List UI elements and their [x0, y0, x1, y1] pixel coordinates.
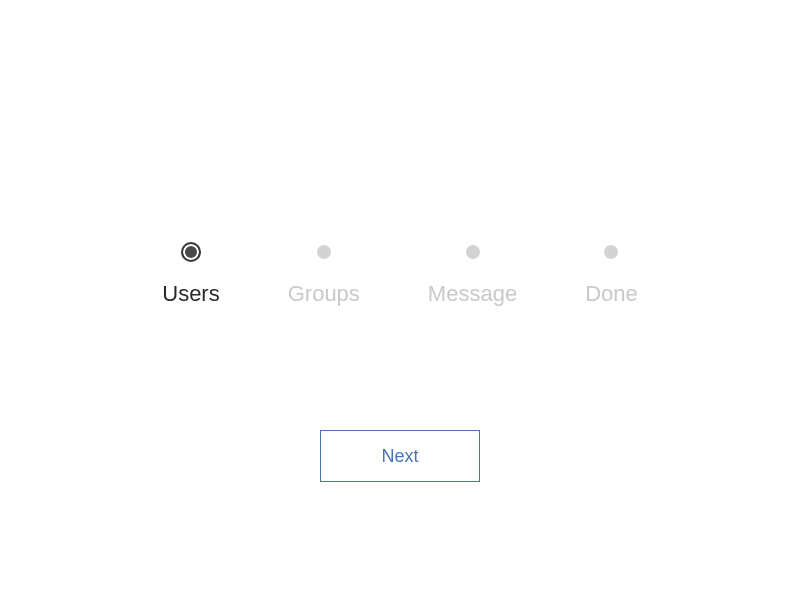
step-label: Done	[585, 281, 638, 307]
wizard-steps: Users Groups Message Done	[0, 245, 800, 307]
next-button[interactable]: Next	[320, 430, 480, 482]
wizard-step-users[interactable]: Users	[162, 245, 219, 307]
step-label: Groups	[288, 281, 360, 307]
step-circle-icon	[466, 245, 480, 259]
wizard-step-groups[interactable]: Groups	[288, 245, 360, 307]
wizard-step-done[interactable]: Done	[585, 245, 638, 307]
step-label: Users	[162, 281, 219, 307]
step-circle-icon	[604, 245, 618, 259]
step-circle-icon	[181, 242, 201, 262]
step-circle-icon	[317, 245, 331, 259]
wizard-step-message[interactable]: Message	[428, 245, 517, 307]
step-label: Message	[428, 281, 517, 307]
